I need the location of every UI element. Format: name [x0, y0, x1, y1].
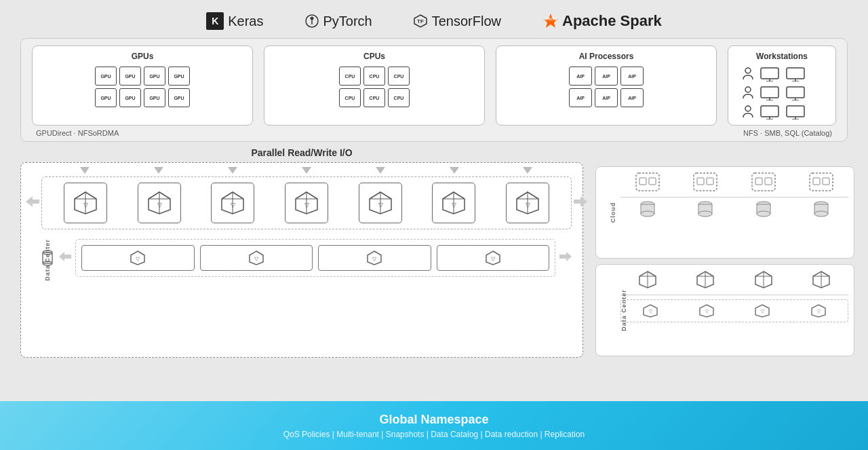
svg-marker-69 — [559, 252, 572, 261]
arrow-down-6 — [450, 167, 459, 174]
svg-rect-17 — [787, 87, 804, 98]
cube-icon-4: ▽ — [293, 189, 320, 217]
workstation-icons — [735, 67, 829, 119]
storage-node-7: ▽ — [506, 183, 549, 223]
gpu-chip: GPU — [95, 67, 117, 86]
cloud-db-4 — [812, 200, 831, 218]
svg-point-20 — [745, 106, 751, 111]
keras-logo: K Keras — [206, 12, 263, 30]
gpu-chip: GPU — [95, 88, 117, 107]
keras-label: Keras — [228, 14, 263, 29]
person-icon — [742, 67, 754, 81]
nfs-label: NFS · SMB, SQL (Catalog) — [743, 129, 832, 137]
gpu-chip: GPU — [168, 88, 190, 107]
gpus-group: GPUs GPU GPU GPU GPU GPU GPU GPU GPU — [32, 45, 253, 126]
cube-icon-6: ▽ — [440, 189, 467, 217]
cpus-group: CPUs CPU CPU CPU CPU CPU CPU — [264, 45, 485, 126]
svg-text:▽: ▽ — [304, 202, 309, 208]
aip-chip: AIP — [569, 67, 592, 86]
dc-right-content: ▽ ▽ ▽ ▽ — [620, 270, 848, 322]
svg-rect-77 — [755, 178, 762, 185]
monitor-icon — [785, 105, 806, 119]
cube-icon-1: ▽ — [72, 189, 99, 217]
svg-text:▽: ▽ — [491, 256, 496, 262]
dc-right-bottom-2: ▽ — [697, 303, 716, 318]
cloud-content — [620, 172, 848, 218]
storage-node-3: ▽ — [211, 183, 254, 223]
svg-text:▽: ▽ — [83, 202, 88, 208]
right-arrow-container — [574, 196, 587, 210]
storage-nodes-row: ▽ ▽ — [49, 183, 564, 223]
storage-node-5: ▽ — [359, 183, 402, 223]
svg-rect-14 — [761, 87, 778, 98]
global-namespace-subtitle: QoS Policies | Multi-tenant | Snapshots … — [283, 430, 585, 439]
dc-right-bottom-box: ▽ ▽ ▽ ▽ — [620, 299, 848, 322]
bottom-storage-row: ▽ ▽ — [81, 245, 549, 271]
svg-marker-60 — [59, 252, 71, 261]
storage-node-6: ▽ — [432, 183, 475, 223]
svg-point-90 — [757, 211, 770, 217]
cloud-db-2 — [696, 200, 715, 218]
spark-icon: APACHE — [542, 12, 559, 30]
svg-text:▽: ▽ — [231, 202, 235, 208]
spark-label: Apache Spark — [562, 12, 662, 30]
lower-section: Parallel Read/Write I/O Data Center — [0, 147, 868, 364]
storage-node-4: ▽ — [285, 183, 328, 223]
svg-text:▽: ▽ — [254, 256, 259, 262]
bottom-left-arrow-icon — [59, 252, 71, 261]
arrow-down-7 — [523, 167, 532, 174]
svg-text:▽: ▽ — [649, 309, 653, 314]
cube-icon-5: ▽ — [367, 189, 394, 217]
monitor-icon — [760, 67, 780, 81]
dc-right-label: Data Center — [620, 289, 627, 331]
svg-point-87 — [698, 211, 712, 217]
keras-icon: K — [206, 12, 224, 30]
cloud-label: Cloud — [610, 202, 616, 223]
ai-processors-title: AI Processors — [579, 52, 634, 61]
svg-point-6 — [745, 68, 751, 73]
dc-right-cube-4 — [810, 270, 832, 289]
arrow-right-icon — [574, 196, 587, 207]
bottom-node-4: ▽ — [437, 245, 550, 271]
aip-chip: AIP — [569, 88, 592, 107]
spark-logo: APACHE Apache Spark — [542, 12, 662, 30]
dc-outer-box: Data Center — [20, 162, 583, 358]
bottom-section: ▽ ▽ — [41, 239, 572, 277]
cube-icon-2: ▽ — [146, 189, 173, 217]
arrows-top-row — [41, 167, 572, 174]
cpu-chip: CPU — [363, 88, 385, 107]
svg-rect-71 — [639, 178, 646, 185]
svg-text:▽: ▽ — [157, 202, 161, 208]
ai-processors-group: AI Processors AIP AIP AIP AIP AIP AIP — [496, 45, 717, 126]
svg-point-13 — [745, 87, 751, 92]
svg-text:APACHE: APACHE — [544, 17, 558, 21]
cloud-db-1 — [638, 200, 657, 218]
gpu-chip: GPU — [144, 67, 165, 86]
cloud-db-3 — [754, 200, 773, 218]
pytorch-label: PyTorch — [323, 14, 372, 29]
svg-text:▽: ▽ — [705, 309, 709, 314]
svg-rect-7 — [761, 68, 778, 79]
gpudirect-label: GPUDirect · NFSoRDMA — [36, 129, 119, 137]
svg-rect-74 — [697, 178, 704, 185]
bottom-node-2: ▽ — [200, 245, 313, 271]
svg-rect-75 — [707, 178, 713, 185]
arrow-down-4 — [302, 167, 311, 174]
svg-text:▽: ▽ — [761, 309, 765, 314]
dc-right-bottom-1: ▽ — [641, 303, 660, 318]
svg-marker-56 — [574, 196, 587, 207]
inner-dashed-box: ▽ ▽ — [41, 176, 572, 229]
ws-row-3 — [742, 105, 806, 119]
global-namespace-title: Global Namespace — [379, 413, 488, 427]
svg-rect-81 — [823, 178, 829, 185]
arrow-down-5 — [376, 167, 385, 174]
aip-chip: AIP — [595, 67, 618, 86]
parallel-label: Parallel Read/Write I/O — [20, 147, 583, 158]
gpu-chip: GPU — [119, 88, 141, 107]
bottom-left-arrow — [59, 252, 71, 264]
arrow-down-3 — [228, 167, 237, 174]
hardware-bottom-labels: GPUDirect · NFSoRDMA NFS · SMB, SQL (Cat… — [29, 126, 839, 137]
svg-rect-21 — [761, 106, 778, 117]
cpu-chip: CPU — [339, 88, 361, 107]
cloud-db-row — [620, 200, 848, 218]
